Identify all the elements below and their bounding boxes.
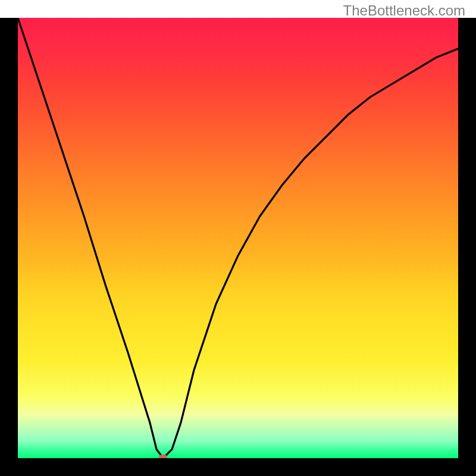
minimum-point-marker — [159, 455, 167, 458]
plot-area — [18, 18, 458, 458]
bottleneck-curve — [18, 18, 458, 458]
watermark-text: TheBottleneck.com — [343, 2, 465, 19]
chart-frame — [0, 18, 476, 476]
